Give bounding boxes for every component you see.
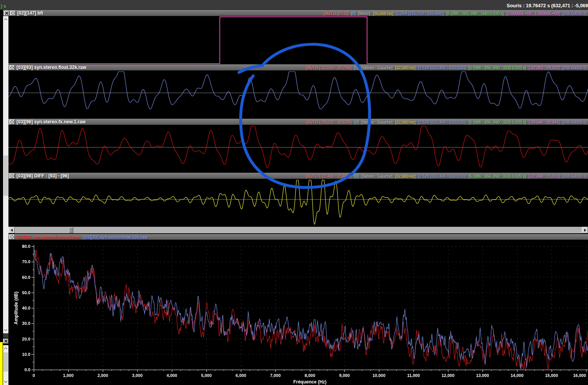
panel-separator: [3, 333, 8, 338]
track-header-fx-new[interactable]: [03][96] syn.stereo.fx.new.1.raw [AUTO (…: [8, 119, 588, 125]
track-title: [03][96] syn.stereo.fx.new.1.raw: [16, 119, 86, 125]
signal-analyzer-window: ) s Souris : 19.76472 s (632,471 : -5,06…: [0, 0, 588, 385]
track-header-float32k[interactable]: [03][93] syn.stereo.float.32k.raw [AUTO …: [8, 64, 588, 70]
status-bar: ) s Souris : 19.76472 s (632,471 : -5,06…: [0, 0, 588, 10]
yellow-indicator-strip: [0, 342, 3, 385]
track-body-fx-new[interactable]: [8, 125, 588, 173]
spectrum-legend: [03][96] syn.stereo.fx.new.1.raw[03][93]…: [16, 235, 148, 239]
mouse-position-readout: Souris : 19.76472 s (632,471 : -5,069: [507, 3, 588, 8]
track-info-segment: [5 (986 : 366, 990 : 333) 0.020 s]: [469, 174, 526, 179]
track-info-segment: [0]: [354, 120, 359, 125]
track-options-icon[interactable]: [9, 65, 15, 70]
scroll-down-icon[interactable]: [3, 327, 8, 333]
track-options-icon[interactable]: [10, 11, 15, 16]
track-info-segment: [0]: [354, 174, 359, 179]
track-info-segment: [1,264 (315,703 : 316,966)]: [396, 11, 444, 16]
track-title: [03][93] syn.stereo.float.32k.raw: [16, 65, 86, 70]
close-icon[interactable]: [4, 11, 9, 16]
track-info-segment: [32,000 Hz]: [395, 120, 415, 125]
track-info-segment: [-32,051 : 28,192]: [529, 66, 560, 70]
track-info-row: [AUTO (-22,499 : 21,444)][0][Stéréo : Ga…: [306, 174, 586, 179]
status-left-text: ) s: [1, 3, 6, 9]
track-info-segment: [0]: [351, 11, 355, 16]
track-info-segment: [32,000 Hz]: [395, 66, 415, 70]
track-body-float32k[interactable]: [8, 70, 588, 119]
track-info-segment: [-22,068 : 21,013]: [529, 174, 560, 179]
track-title: [03][98] DIFF : [93] - [96]: [16, 173, 69, 179]
track-info-segment: [-28,645 : 30,041]: [529, 120, 560, 125]
horizontal-scrollbar[interactable]: [8, 227, 588, 233]
track-info-segment: [AUTO (-32,653 : 28,794)]: [306, 66, 351, 70]
vertical-scroll-thumb[interactable]: [3, 156, 8, 196]
track-info-segment: [Stéréo : Gauche]: [361, 120, 392, 125]
vertical-scrollbar-spectrum[interactable]: [3, 345, 8, 385]
track-info-segment: [0]: [354, 66, 359, 70]
track-options-icon[interactable]: [9, 120, 15, 125]
track-title: [02][147] bfi: [17, 10, 43, 16]
scroll-right-icon[interactable]: [582, 227, 588, 233]
track-info-segment: [5 (986 : 366, 990 : 333) 0.020 s]: [469, 120, 526, 125]
track-body-bfi[interactable]: [8, 16, 588, 64]
scroll-up-icon[interactable]: [3, 345, 8, 352]
track-info-segment: [AUTO (0 : 1)]: [324, 11, 348, 16]
scroll-track[interactable]: [3, 23, 8, 327]
track-options-icon[interactable]: [9, 174, 15, 179]
spectrum-legend-item: [03][93] syn.stereo.float.32k.raw: [84, 235, 148, 239]
track-info-segment: [206.50000 s]: [562, 120, 586, 125]
track-info-segment: [2,528 (631,406 : 633,933)]: [418, 66, 466, 70]
track-header-bfi[interactable]: [02][147] bfi [AUTO (0 : 1)][0][Mono][16…: [3, 10, 588, 16]
track-info-segment: [206.50000 s]: [562, 66, 586, 70]
track-info-segment: [206.50000 s]: [562, 174, 586, 179]
scroll-down-icon[interactable]: [3, 378, 8, 385]
track-header-diff[interactable]: [03][98] DIFF : [93] - [96] [AUTO (-22,4…: [8, 173, 588, 179]
spectrum-plot[interactable]: [8, 240, 588, 385]
track-info-segment: [Mono]: [358, 11, 371, 16]
track-info-segment: [AUTO (-22,499 : 21,444)]: [306, 174, 351, 179]
track-info-segment: [2,528 (631,406 : 633,933)]: [418, 120, 466, 125]
track-info-segment: [16,000 Hz]: [373, 11, 394, 16]
spectrum-options-icon[interactable]: [9, 234, 15, 239]
track-info-row: [AUTO (-32,653 : 28,794)][0][Stéréo : Ga…: [306, 65, 586, 70]
spectrum-legend-item: [03][96] syn.stereo.fx.new.1.raw: [16, 235, 80, 239]
track-body-diff[interactable]: [8, 179, 588, 226]
track-info-segment: [AUTO (-29,232 : 30,628)]: [306, 120, 351, 125]
scroll-left-icon[interactable]: [8, 227, 15, 233]
track-info-segment: [0.00000E+00 : 1.00000E+00]: [507, 11, 560, 16]
track-info-segment: [5 (986 : 183, 990 : 166) 0.020 s]: [446, 11, 504, 16]
track-info-segment: [2,528 (631,406 : 633,933)]: [418, 174, 466, 179]
spectrum-header[interactable]: [03][96] syn.stereo.fx.new.1.raw[03][93]…: [8, 234, 588, 240]
track-info-segment: [Stéréo : Gauche]: [361, 174, 392, 179]
track-info-row: [AUTO (0 : 1)][0][Mono][16,000 Hz][1,264…: [324, 11, 586, 16]
vertical-scroll-thumb[interactable]: [3, 352, 8, 372]
track-info-segment: [206.50000 s]: [562, 11, 586, 16]
track-info-segment: [32,000 Hz]: [395, 174, 415, 179]
track-info-segment: [5 (986 : 366, 990 : 333) 0.020 s]: [469, 66, 526, 70]
horizontal-scroll-thumb[interactable]: [69, 227, 73, 233]
scroll-track[interactable]: [3, 352, 8, 378]
track-info-row: [AUTO (-29,232 : 30,628)][0][Stéréo : Ga…: [306, 120, 586, 125]
scroll-up-icon[interactable]: [3, 16, 8, 23]
vertical-scrollbar-tracks[interactable]: [3, 16, 8, 333]
track-info-segment: [Stéréo : Gauche]: [361, 66, 392, 70]
close-icon[interactable]: [3, 339, 8, 344]
